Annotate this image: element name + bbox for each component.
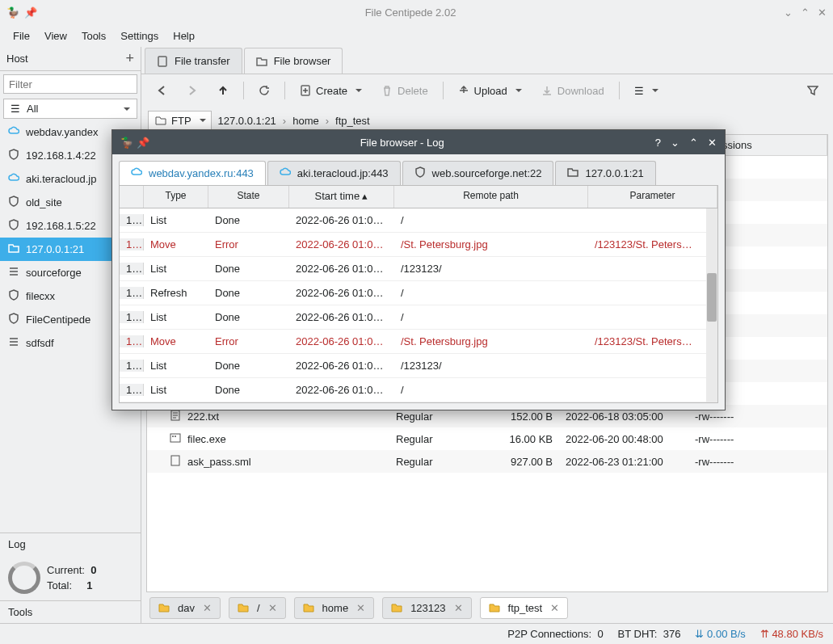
menu-settings[interactable]: Settings [114, 27, 165, 45]
host-label: 192.168.1.5:22 [26, 220, 96, 232]
create-button[interactable]: Create [292, 80, 370, 102]
close-icon[interactable]: ✕ [454, 602, 463, 614]
log-col-state[interactable]: State [208, 186, 289, 208]
refresh-button[interactable] [250, 80, 278, 101]
menu-help[interactable]: Help [166, 27, 201, 45]
folder-icon [8, 242, 19, 256]
filter-input[interactable] [3, 74, 137, 94]
statusbar: P2P Connections: 0 BT DHT: 376 ⇊ 0.00 B/… [0, 623, 833, 644]
delete-button[interactable]: Delete [373, 80, 436, 102]
log-state: Error [208, 238, 289, 250]
nav-forward-button[interactable] [179, 80, 206, 101]
file-size: 927.00 B [494, 456, 559, 468]
close-icon[interactable]: ✕ [356, 602, 365, 614]
shield-icon [8, 289, 19, 303]
folder-tab[interactable]: home✕ [294, 597, 375, 619]
window-title: File Centipede 2.02 [37, 6, 784, 19]
close-icon[interactable]: ✕ [818, 6, 827, 19]
nav-up-button[interactable] [209, 80, 237, 101]
help-icon[interactable]: ? [655, 137, 661, 149]
log-row[interactable]: 14MoveError2022-06-26 01:05:31/St. Peter… [120, 330, 717, 354]
download-button[interactable]: Download [533, 80, 612, 102]
log-col-path[interactable]: Remote path [394, 186, 588, 208]
log-window-titlebar[interactable]: 🦆 📌 File browser - Log ? ⌄ ⌃ ✕ [112, 130, 725, 154]
log-tab[interactable]: web.sourceforge.net:22 [402, 161, 554, 185]
host-label: 127.0.0.1:21 [26, 243, 84, 255]
log-col-type[interactable]: Type [144, 186, 208, 208]
tools-section-label[interactable]: Tools [0, 600, 141, 623]
log-row[interactable]: 15ListDone2022-06-26 01:05:35/ [120, 305, 717, 330]
folder-icon [567, 166, 578, 180]
crumb-home[interactable]: home [292, 115, 319, 127]
chevron-down-icon [515, 89, 522, 95]
log-time: 2022-06-26 01:05:40 [289, 263, 394, 275]
maximize-icon[interactable]: ⌃ [689, 137, 698, 149]
log-row[interactable]: 12ListDone2022-06-26 01:05:24/ [120, 378, 717, 402]
folder-tab-label: 123123 [410, 602, 445, 614]
file-row[interactable]: filec.exeRegular16.00 KB2022-06-20 00:48… [147, 427, 827, 450]
log-time: 2022-06-26 01:05:30 [289, 360, 394, 372]
minimize-icon[interactable]: ⌄ [671, 137, 679, 149]
shield-icon [8, 149, 19, 162]
menu-file[interactable]: File [6, 27, 36, 45]
tab-file-transfer[interactable]: File transfer [145, 48, 242, 74]
log-row[interactable]: 19ListDone2022-06-26 01:05:50/ [120, 208, 717, 233]
log-param: /123123/St. Peters… [588, 335, 717, 347]
menu-tools[interactable]: Tools [75, 27, 112, 45]
pin-icon[interactable]: 📌 [137, 137, 149, 149]
log-state: Done [208, 311, 289, 323]
upload-button[interactable]: Upload [450, 80, 530, 102]
log-col-time[interactable]: Start time ▴ [289, 186, 394, 208]
file-type: Regular [389, 456, 494, 468]
add-host-button[interactable]: + [125, 50, 134, 67]
log-row[interactable]: 13ListDone2022-06-26 01:05:30/123123/ [120, 354, 717, 378]
log-col-param[interactable]: Parameter [588, 186, 717, 208]
folder-icon [303, 602, 314, 613]
log-row[interactable]: 16RefreshDone2022-06-26 01:05:35/ [120, 281, 717, 305]
scrollbar[interactable] [706, 208, 717, 402]
log-row[interactable]: 17ListDone2022-06-26 01:05:40/123123/ [120, 257, 717, 281]
log-tab[interactable]: 127.0.0.1:21 [555, 161, 655, 185]
nav-back-button[interactable] [148, 80, 175, 101]
download-label: Download [557, 85, 604, 97]
chevron-down-icon [652, 89, 658, 95]
folder-icon [391, 602, 402, 613]
close-icon[interactable]: ✕ [268, 602, 277, 614]
log-row[interactable]: 18MoveError2022-06-26 01:05:41/St. Peter… [120, 233, 717, 257]
folder-tab[interactable]: /✕ [229, 597, 286, 619]
file-row[interactable]: ask_pass.smlRegular927.00 B2022-06-23 01… [147, 450, 827, 473]
tab-file-browser[interactable]: File browser [244, 48, 343, 74]
folder-tab[interactable]: 123123✕ [382, 597, 471, 619]
svg-point-5 [175, 436, 176, 437]
log-row-num: 12 [120, 384, 144, 396]
file-icon [170, 432, 181, 446]
upload-speed-icon: ⇈ [760, 628, 769, 640]
file-mtime: 2022-06-23 01:21:00 [559, 456, 688, 468]
folder-tab[interactable]: dav✕ [149, 597, 221, 619]
close-icon[interactable]: ✕ [203, 602, 212, 614]
log-section-label[interactable]: Log [0, 532, 141, 555]
cloud-icon [280, 166, 291, 180]
toolbar: Create Delete Upload Download ☰ [141, 74, 833, 107]
log-tab[interactable]: aki.teracloud.jp:443 [267, 161, 401, 185]
minimize-icon[interactable]: ⌄ [784, 6, 793, 19]
app-icon: 🦆 [6, 6, 19, 19]
log-tab[interactable]: webdav.yandex.ru:443 [119, 161, 266, 185]
menu-view[interactable]: View [38, 27, 74, 45]
all-hosts-row[interactable]: ☰ All [3, 99, 137, 119]
log-path: / [394, 214, 588, 226]
host-label: 192.168.1.4:22 [26, 149, 96, 162]
protocol-select[interactable]: FTP [148, 111, 212, 131]
filter-button[interactable] [799, 80, 827, 101]
pin-icon[interactable]: 📌 [24, 6, 37, 19]
scrollbar-thumb[interactable] [707, 273, 717, 322]
log-table: Type State Start time ▴ Remote path Para… [119, 185, 718, 403]
folder-tab[interactable]: ftp_test✕ [480, 597, 569, 619]
maximize-icon[interactable]: ⌃ [801, 6, 810, 19]
current-value: 0 [90, 564, 96, 576]
close-icon[interactable]: ✕ [708, 137, 717, 149]
crumb-host[interactable]: 127.0.0.1:21 [218, 115, 276, 127]
close-icon[interactable]: ✕ [550, 602, 559, 614]
crumb-ftptest[interactable]: ftp_test [335, 115, 370, 127]
view-mode-button[interactable]: ☰ [626, 80, 667, 102]
